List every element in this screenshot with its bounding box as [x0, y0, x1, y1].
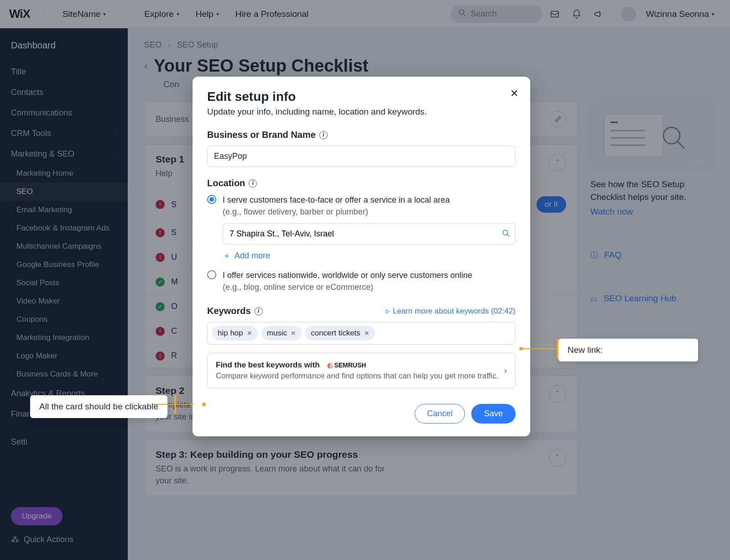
location-label: Locationi [207, 178, 516, 188]
radio-online[interactable]: I offer services nationwide, worldwide o… [207, 269, 516, 293]
learn-keywords-link[interactable]: ▹Learn more about keywords (02:42) [386, 306, 516, 316]
brand-name-label: Business or Brand Namei [207, 130, 516, 140]
modal-subtitle: Update your info, including name, locati… [207, 107, 516, 117]
add-more-link[interactable]: ＋Add more [223, 250, 516, 261]
annotation-right: New link: [558, 339, 698, 361]
address-input[interactable] [223, 223, 516, 245]
modal-title: Edit setup info [207, 89, 516, 104]
brand-name-input[interactable] [207, 146, 516, 167]
cancel-button[interactable]: Cancel [415, 404, 465, 424]
plus-icon: ＋ [223, 250, 231, 261]
close-icon[interactable]: ✕ [510, 88, 518, 99]
keywords-label: Keywordsi [207, 306, 263, 316]
info-icon[interactable]: i [249, 179, 257, 188]
remove-tag-icon[interactable]: ✕ [247, 330, 252, 337]
chevron-right-icon: › [504, 366, 507, 376]
search-icon[interactable] [502, 229, 510, 239]
annotation-left: All the card should be clickable [30, 395, 167, 418]
radio-icon[interactable] [207, 195, 216, 204]
save-button[interactable]: Save [471, 404, 516, 424]
info-icon[interactable]: i [319, 131, 328, 139]
keyword-tag: concert tickets✕ [305, 326, 375, 340]
keyword-tag: hip hop✕ [212, 326, 258, 340]
keyword-tag: music✕ [261, 326, 302, 340]
remove-tag-icon[interactable]: ✕ [364, 330, 370, 337]
svg-point-10 [503, 230, 508, 235]
flame-icon: ◐ [327, 361, 333, 369]
radio-icon[interactable] [207, 270, 216, 279]
edit-setup-modal: Edit setup info Update your info, includ… [193, 77, 530, 436]
radio-local[interactable]: I serve customers face-to-face or offer … [207, 194, 516, 218]
play-icon: ▹ [386, 306, 390, 316]
info-icon[interactable]: i [255, 307, 263, 315]
semrush-card[interactable]: Find the best keywords with ◐SEMRUSH Com… [207, 353, 516, 388]
remove-tag-icon[interactable]: ✕ [291, 330, 296, 337]
keywords-input[interactable]: hip hop✕ music✕ concert tickets✕ [207, 322, 516, 345]
svg-line-11 [507, 234, 509, 236]
